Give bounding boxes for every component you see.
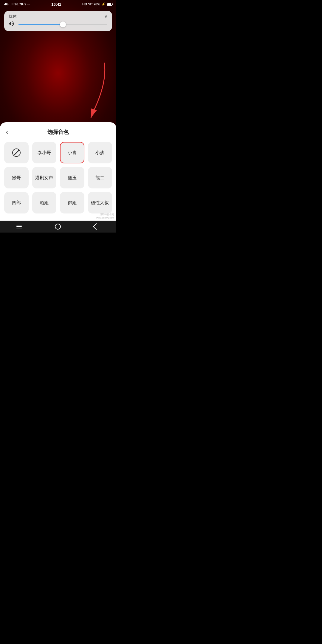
slider-fill (18, 24, 63, 25)
voice-btn-silang[interactable]: 四郎 (4, 192, 29, 213)
bottom-panel: ‹ 选择音色 泰小哥小青小孩猴哥港剧女声黛玉熊二四郎顾姐御姐磁性大叔 (0, 122, 116, 221)
voice-btn-gangjunv[interactable]: 港剧女声 (32, 167, 57, 188)
charging-icon: ⚡ (101, 2, 106, 6)
back-button[interactable]: ‹ (6, 128, 10, 137)
no-voice-icon (12, 148, 21, 157)
volume-slider[interactable] (18, 24, 107, 25)
voice-btn-gujie[interactable]: 顾姐 (32, 192, 57, 213)
voice-label-xiaohai: 小孩 (95, 150, 104, 156)
status-hd: HD (82, 2, 87, 6)
voice-btn-xiaohai[interactable]: 小孩 (88, 142, 112, 163)
status-right: HD 76% ⚡ (82, 2, 112, 6)
nav-home-button[interactable] (49, 222, 67, 231)
voice-btn-yujie[interactable]: 御姐 (60, 192, 84, 213)
voice-btn-xiaoqing[interactable]: 小青 (60, 142, 84, 163)
panel-header: ‹ 选择音色 (0, 122, 116, 140)
voice-label-yujie: 御姐 (68, 200, 77, 206)
voice-label-cixingdashu: 磁性大叔 (91, 200, 109, 206)
status-bar: 4G .ill 96.7K/s ··· 16:41 HD 76% ⚡ (0, 0, 116, 8)
voice-label-gangjunv: 港剧女声 (35, 175, 53, 181)
volume-row (9, 21, 107, 28)
voice-btn-taixiaoge[interactable]: 泰小哥 (32, 142, 57, 163)
status-left: 4G .ill 96.7K/s ··· (4, 2, 30, 6)
voice-btn-cixingdashu[interactable]: 磁性大叔 (88, 192, 112, 213)
voice-label-xiaoqing: 小青 (68, 150, 77, 156)
voice-label-taixiaoge: 泰小哥 (38, 150, 51, 156)
voice-btn-liyu[interactable]: 黛玉 (60, 167, 84, 188)
watermark: 贝斯特安卓网 www.ajbstyy.com (96, 213, 114, 219)
voice-btn-none[interactable] (4, 142, 29, 163)
menu-icon (16, 225, 22, 228)
nav-back-button[interactable] (88, 222, 106, 231)
battery-icon (107, 3, 112, 6)
voice-label-liyu: 黛玉 (68, 175, 77, 181)
speaker-icon (9, 21, 16, 28)
volume-label: 媒体 (9, 14, 17, 19)
chevron-down-icon[interactable]: ∨ (104, 14, 107, 19)
battery-percent: 76% (94, 2, 100, 6)
slider-thumb[interactable] (60, 21, 66, 27)
nav-bar (0, 221, 116, 233)
back-icon (93, 223, 100, 230)
voice-label-gujie: 顾姐 (40, 200, 49, 206)
voice-label-xiong2: 熊二 (95, 175, 104, 181)
panel-title: 选择音色 (47, 129, 69, 136)
home-icon (55, 224, 61, 230)
voice-label-silang: 四郎 (12, 200, 21, 206)
voice-grid: 泰小哥小青小孩猴哥港剧女声黛玉熊二四郎顾姐御姐磁性大叔 (0, 140, 116, 218)
volume-header: 媒体 ∨ (9, 14, 107, 19)
nav-menu-button[interactable] (10, 223, 28, 230)
volume-card: 媒体 ∨ (4, 11, 112, 31)
voice-label-houguo: 猴哥 (12, 175, 21, 181)
voice-btn-xiong2[interactable]: 熊二 (88, 167, 112, 188)
wifi-icon (88, 3, 92, 6)
voice-btn-houguo[interactable]: 猴哥 (4, 167, 29, 188)
status-time: 16:41 (51, 2, 61, 7)
